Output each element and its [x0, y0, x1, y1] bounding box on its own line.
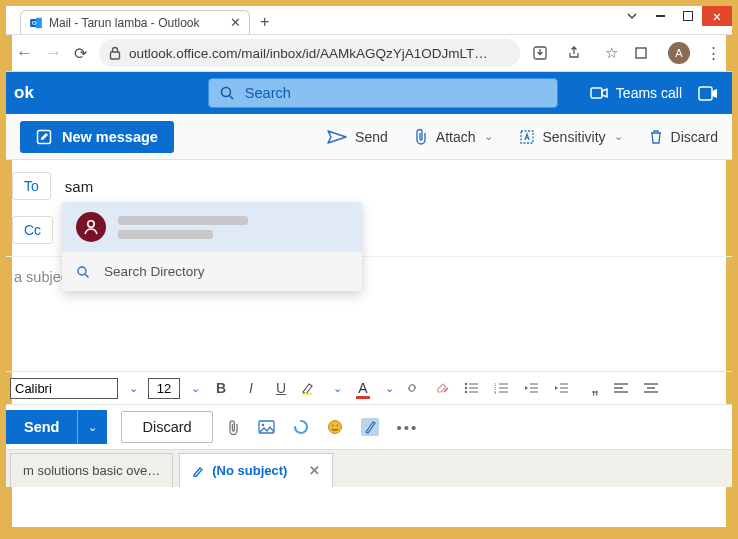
numbering-button[interactable]: 123	[494, 382, 516, 394]
chevron-down-icon[interactable]: ⌄	[188, 382, 202, 395]
svg-line-7	[229, 96, 233, 100]
suggestion-item[interactable]	[62, 202, 362, 252]
compose-area: To Cc a subject Search Directory	[6, 160, 732, 371]
forward-button: →	[45, 43, 62, 63]
window-controls: ✕	[618, 6, 732, 26]
svg-rect-5	[636, 48, 646, 58]
discard-button-secondary[interactable]: Discard	[121, 411, 212, 443]
discard-button[interactable]: Discard	[649, 129, 718, 145]
svg-line-14	[85, 274, 89, 278]
close-icon[interactable]: ✕	[309, 463, 320, 478]
svg-point-13	[78, 267, 86, 275]
tab-title: Mail - Tarun lamba - Outlook	[49, 16, 224, 30]
indent-button[interactable]	[554, 382, 576, 394]
chevron-down-icon: ⌄	[614, 130, 623, 143]
sensitivity-button[interactable]: Sensitivity ⌄	[519, 129, 623, 145]
svg-point-12	[88, 221, 94, 227]
svg-point-19	[465, 391, 467, 393]
compose-toolbar: New message Send Attach ⌄ Sensitivity ⌄ …	[6, 114, 732, 160]
italic-button[interactable]: I	[240, 380, 262, 396]
app-header: ok Teams call	[6, 72, 732, 114]
align-center-button[interactable]	[644, 382, 666, 394]
send-button-dropdown[interactable]: ⌄	[77, 410, 107, 444]
bullets-button[interactable]	[464, 382, 486, 394]
url-field[interactable]: outlook.office.com/mail/inbox/id/AAMkAGQ…	[99, 39, 520, 67]
app-brand: ok	[6, 83, 48, 103]
pencil-icon	[192, 465, 204, 477]
insert-image-icon[interactable]	[258, 420, 275, 434]
svg-rect-8	[591, 88, 602, 98]
font-family-select[interactable]: Calibri	[10, 378, 118, 399]
new-tab-button[interactable]: +	[260, 13, 269, 31]
send-icon	[327, 130, 347, 144]
font-color-button[interactable]: A	[352, 380, 374, 396]
attach-button[interactable]: Attach ⌄	[414, 128, 493, 146]
send-button[interactable]: Send	[327, 129, 388, 145]
search-icon	[219, 85, 235, 101]
sensitivity-icon	[519, 129, 535, 145]
draft-tab-active[interactable]: (No subject) ✕	[179, 453, 333, 487]
more-options-icon[interactable]: •••	[397, 419, 419, 436]
message-body[interactable]	[6, 297, 732, 371]
font-size-select[interactable]: 12	[148, 378, 180, 399]
to-chip[interactable]: To	[12, 172, 51, 200]
bookmark-star-icon[interactable]: ☆	[600, 44, 622, 62]
loop-icon[interactable]	[293, 419, 309, 435]
meet-now-icon[interactable]	[698, 86, 718, 101]
quote-button[interactable]: „	[584, 380, 606, 396]
signature-icon[interactable]	[361, 418, 379, 436]
outlook-icon: O	[29, 16, 43, 30]
browser-menu-icon[interactable]: ⋮	[702, 44, 724, 62]
bold-button[interactable]: B	[210, 380, 232, 396]
people-suggestion-popup: Search Directory	[62, 202, 362, 291]
install-app-icon[interactable]	[532, 45, 554, 61]
search-input[interactable]	[245, 85, 547, 101]
compose-icon	[36, 129, 52, 145]
svg-point-17	[465, 383, 467, 385]
clear-format-button[interactable]	[434, 380, 456, 396]
svg-point-45	[336, 425, 338, 427]
svg-point-43	[328, 421, 341, 434]
svg-point-44	[331, 425, 333, 427]
outdent-button[interactable]	[524, 382, 546, 394]
link-button[interactable]	[404, 380, 426, 396]
trash-icon	[649, 129, 663, 145]
window-close-button[interactable]: ✕	[702, 6, 732, 26]
share-icon[interactable]	[566, 45, 588, 61]
extensions-icon[interactable]	[634, 46, 656, 60]
lock-icon	[109, 46, 121, 60]
new-message-button[interactable]: New message	[20, 121, 174, 153]
browser-tab[interactable]: O Mail - Tarun lamba - Outlook ✕	[20, 10, 250, 34]
reload-button[interactable]: ⟳	[74, 44, 87, 63]
format-toolbar: Calibri ⌄ 12 ⌄ B I U ⌄ A ⌄ 123 „	[6, 371, 732, 405]
chevron-down-icon[interactable]: ⌄	[382, 382, 396, 395]
highlight-button[interactable]	[300, 380, 322, 396]
cc-chip[interactable]: Cc	[12, 216, 53, 244]
tabs-dropdown-icon[interactable]	[618, 6, 646, 26]
align-left-button[interactable]	[614, 382, 636, 394]
svg-rect-3	[111, 52, 120, 59]
teams-call-button[interactable]: Teams call	[590, 85, 682, 101]
send-button-primary[interactable]: Send	[6, 410, 77, 444]
url-text: outlook.office.com/mail/inbox/id/AAMkAGQ…	[129, 46, 510, 61]
chevron-down-icon[interactable]: ⌄	[330, 382, 344, 395]
search-directory-item[interactable]: Search Directory	[62, 252, 362, 291]
suggestion-text	[118, 216, 248, 239]
person-avatar	[76, 212, 106, 242]
chevron-down-icon[interactable]: ⌄	[126, 382, 140, 395]
draft-tab-inactive[interactable]: m solutions basic ove…	[10, 453, 173, 487]
window-minimize-button[interactable]	[646, 6, 674, 26]
browser-tabstrip: O Mail - Tarun lamba - Outlook ✕ + ✕	[6, 6, 732, 34]
underline-button[interactable]: U	[270, 380, 292, 396]
search-box[interactable]	[208, 78, 558, 108]
close-tab-icon[interactable]: ✕	[230, 15, 241, 30]
window-maximize-button[interactable]	[674, 6, 702, 26]
attach-inline-icon[interactable]	[227, 419, 240, 436]
paperclip-icon	[414, 128, 428, 146]
svg-rect-9	[699, 87, 712, 100]
profile-avatar[interactable]: A	[668, 42, 690, 64]
browser-addressbar: ← → ⟳ outlook.office.com/mail/inbox/id/A…	[6, 34, 732, 72]
emoji-icon[interactable]	[327, 419, 343, 435]
back-button[interactable]: ←	[16, 43, 33, 63]
to-input[interactable]	[65, 178, 718, 195]
